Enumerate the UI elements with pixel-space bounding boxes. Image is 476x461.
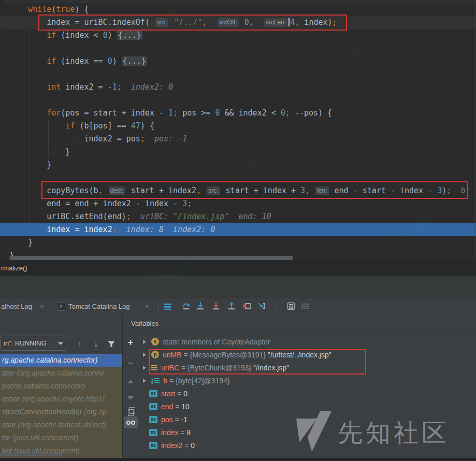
primitive-icon: 01 — [149, 429, 157, 436]
frames-hscrollbar-thumb[interactable] — [0, 453, 62, 456]
drop-frame-icon[interactable] — [242, 301, 251, 311]
frame-up-icon[interactable]: ↑ — [75, 339, 84, 349]
run-to-cursor-icon[interactable] — [257, 301, 267, 311]
stack-frame[interactable]: rg.apache.catalina.connector) — [0, 354, 122, 367]
debugger-panel: Variables in": RUNNING ↑ ↓ rg.apache.cat… — [0, 315, 476, 458]
breadcrumb-method[interactable]: rmalize() — [0, 261, 476, 276]
move-down-button[interactable] — [126, 393, 135, 402]
move-up-button[interactable] — [126, 376, 135, 385]
code-line[interactable]: uriBC.setEnd(end); uriBC: "/index.jsp" e… — [0, 210, 476, 223]
console-icon: > — [57, 302, 65, 311]
remove-watch-button[interactable]: − — [126, 358, 135, 368]
editor-vscrollbar-edge — [474, 0, 474, 261]
show-watches-button[interactable] — [124, 416, 138, 428]
code-line[interactable]: index2 = pos; pos: -1 — [0, 133, 476, 146]
variables-panel-title: Variables — [123, 315, 476, 332]
code-line[interactable]: for(pos = start + index - 1; pos >= 0 &&… — [0, 107, 476, 120]
frame-down-icon[interactable]: ↓ — [91, 339, 100, 349]
primitive-icon: 01 — [149, 403, 157, 410]
expand-arrow-icon — [143, 366, 146, 370]
code-line[interactable]: if (b[pos] == 47) { — [0, 120, 476, 133]
toolbar-separator — [158, 301, 159, 312]
code-line[interactable] — [0, 94, 476, 107]
code-line[interactable]: } — [0, 146, 476, 159]
hscrollbar-thumb[interactable] — [9, 256, 293, 260]
stack-frame[interactable]: essor (org.apache.coyote.http11 — [0, 393, 122, 406]
debug-console-tabbar: alhost Log × > Tomcat Catalina Log × — [0, 298, 476, 315]
code-line[interactable]: } — [0, 159, 476, 171]
field-type-icon: s — [151, 338, 159, 345]
menu-icon[interactable] — [164, 304, 171, 305]
primitive-icon: 01 — [149, 390, 157, 397]
chevron-down-icon — [58, 342, 63, 345]
step-into-icon[interactable] — [196, 301, 205, 311]
layout-settings-icon[interactable] — [300, 301, 310, 311]
primitive-icon: 01 — [149, 442, 157, 449]
binoculars-icon — [126, 421, 131, 425]
stack-frame[interactable]: tor (java.util.concurrent) — [0, 431, 122, 444]
annotation-rect-copybytes — [41, 181, 468, 199]
tab-tomcat-catalina-log[interactable]: Tomcat Catalina Log — [68, 298, 130, 315]
variable-row[interactable]: sstatic members of CoyoteAdapter — [139, 335, 476, 348]
step-out-icon[interactable] — [227, 301, 236, 311]
bottom-edge — [0, 458, 476, 461]
brand-logo — [295, 410, 334, 454]
code-line[interactable]: if (index == 0) {...} — [0, 55, 476, 68]
stack-frame[interactable]: stractConnectionHandler (org.ap — [0, 406, 122, 419]
binoculars-icon — [131, 421, 135, 425]
annotation-rect-variables — [149, 349, 366, 374]
filter-icon[interactable] — [107, 339, 116, 349]
variable-row[interactable]: 01start = 0 — [139, 387, 476, 400]
primitive-icon: 01 — [149, 416, 157, 423]
tab-localhost-log[interactable]: alhost Log — [1, 298, 32, 315]
toolbar-separator — [276, 301, 276, 311]
force-step-into-icon[interactable] — [211, 301, 221, 311]
array-index-digits: 1 2 3 — [151, 378, 153, 384]
array-icon — [154, 378, 160, 379]
code-line[interactable]: int index2 = -1; index2: 0 — [0, 81, 476, 94]
expand-arrow-icon — [143, 379, 146, 383]
panel-divider[interactable] — [122, 315, 123, 458]
code-line[interactable]: if (index < 0) {...} — [0, 29, 476, 42]
evaluate-expression-icon[interactable] — [286, 301, 296, 311]
expand-arrow-icon — [143, 353, 146, 357]
thread-dropdown[interactable]: in": RUNNING — [0, 336, 67, 351]
variable-row[interactable]: 1 2 3b = {byte[42]@3194} — [139, 374, 476, 387]
step-over-icon[interactable] — [181, 301, 191, 311]
code-line[interactable] — [0, 42, 476, 55]
code-editor[interactable]: while(true) { index = uriBC.indexOf( src… — [0, 0, 476, 261]
code-line[interactable] — [0, 68, 476, 81]
add-watch-button[interactable]: + — [126, 338, 135, 347]
stack-frame[interactable]: pter (org.apache.catalina.conne — [0, 367, 122, 380]
close-icon[interactable]: × — [40, 298, 44, 315]
annotation-rect-indexof — [38, 15, 347, 31]
stack-frame[interactable]: ssor (org.apache.tomcat.util.net) — [0, 419, 122, 431]
stack-frame[interactable]: pache.catalina.connector) — [0, 380, 122, 393]
close-icon[interactable]: × — [145, 298, 149, 315]
brand-watermark: 先知社区 — [338, 416, 450, 450]
ide-window: while(true) { index = uriBC.indexOf( src… — [0, 0, 476, 461]
debugger-spacer-band — [0, 276, 476, 298]
expand-arrow-icon — [143, 340, 146, 344]
thread-dropdown-label: in": RUNNING — [4, 339, 47, 347]
code-line[interactable]: end = end + index2 - index - 3; — [0, 197, 476, 210]
code-line[interactable]: } — [0, 236, 476, 249]
execution-line[interactable]: index = index2; index: 8 index2: 0 — [0, 223, 476, 236]
editor-hscrollbar[interactable] — [0, 256, 476, 261]
